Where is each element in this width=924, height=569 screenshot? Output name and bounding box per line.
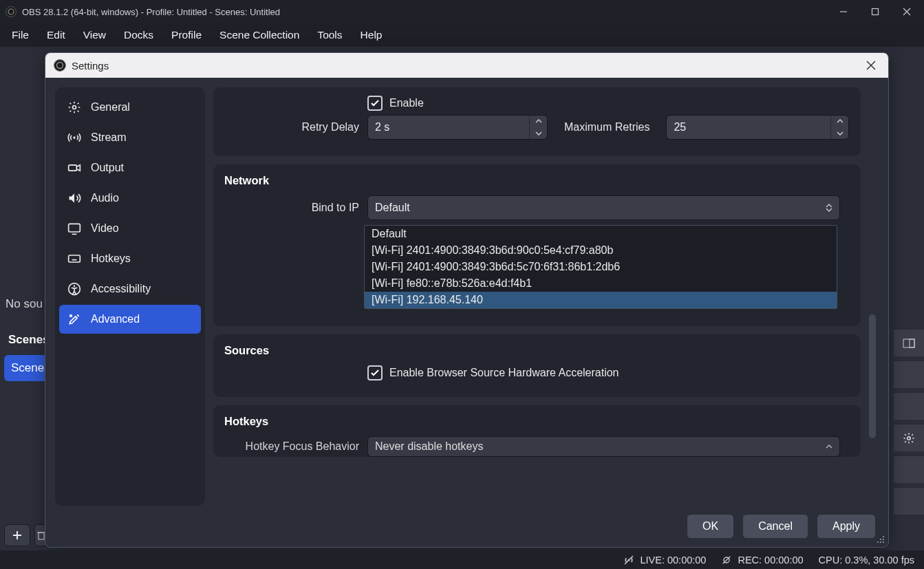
- svg-point-34: [880, 541, 881, 543]
- hotkey-focus-value: Never disable hotkeys: [375, 440, 483, 453]
- sidebar-item-label: General: [91, 101, 130, 114]
- svg-point-35: [883, 541, 884, 543]
- sidebar-item-label: Accessibility: [91, 283, 151, 295]
- window-titlebar: OBS 28.1.2 (64-bit, windows) - Profile: …: [0, 0, 924, 23]
- svg-rect-19: [69, 165, 77, 171]
- dropdown-option[interactable]: [Wi-Fi] 192.168.45.140: [365, 292, 837, 308]
- sources-panel: Sources Enable Browser Source Hardware A…: [213, 334, 861, 397]
- max-retries-spinbox[interactable]: 25: [666, 115, 849, 140]
- side-button-3[interactable]: [894, 392, 924, 420]
- svg-rect-22: [69, 255, 80, 262]
- menu-profile[interactable]: Profile: [162, 25, 211, 45]
- svg-point-30: [883, 536, 884, 537]
- dialog-title: Settings: [72, 60, 109, 72]
- menu-help[interactable]: Help: [352, 25, 391, 45]
- window-maximize-button[interactable]: [859, 1, 891, 23]
- sidebar-item-hotkeys[interactable]: Hotkeys: [59, 244, 201, 273]
- svg-point-18: [73, 136, 75, 138]
- sidebar-item-label: Video: [91, 222, 119, 235]
- svg-rect-3: [872, 9, 879, 15]
- obs-app-icon: [54, 59, 66, 72]
- side-button-5[interactable]: [894, 455, 924, 483]
- dock-toggle-button[interactable]: [894, 329, 924, 356]
- side-button-2[interactable]: [894, 361, 924, 388]
- sidebar-item-output[interactable]: Output: [59, 153, 201, 182]
- camera-icon: [67, 161, 81, 175]
- dialog-footer: OK Cancel Apply: [45, 506, 888, 547]
- svg-point-32: [883, 539, 884, 540]
- bind-ip-select[interactable]: Default: [367, 195, 840, 220]
- apply-button[interactable]: Apply: [817, 514, 876, 539]
- status-cpu: CPU: 0.3%, 30.00 fps: [819, 555, 914, 566]
- sidebar-item-accessibility[interactable]: Accessibility: [59, 275, 201, 303]
- scene-item-selected[interactable]: Scene: [4, 355, 51, 381]
- dropdown-option[interactable]: [Wi-Fi] fe80::e78b:526a:e4d:f4b1: [365, 275, 837, 292]
- dialog-close-button[interactable]: [862, 59, 880, 72]
- retry-delay-value[interactable]: 2 s: [368, 116, 529, 139]
- settings-gear-button[interactable]: [894, 424, 924, 451]
- retry-delay-label: Retry Delay: [224, 121, 367, 133]
- dropdown-option[interactable]: Default: [365, 226, 837, 242]
- bind-ip-label: Bind to IP: [224, 202, 367, 214]
- menu-tools[interactable]: Tools: [308, 25, 351, 45]
- select-caret-icon: [826, 444, 832, 449]
- browser-hw-accel-checkbox[interactable]: [367, 365, 383, 380]
- chevron-down-icon[interactable]: [831, 127, 848, 139]
- ok-button[interactable]: OK: [687, 514, 734, 539]
- no-sources-text: No sou: [6, 297, 43, 311]
- keyboard-icon: [67, 252, 81, 266]
- sidebar-item-general[interactable]: General: [59, 93, 201, 122]
- add-scene-button[interactable]: [4, 524, 30, 546]
- sidebar-item-video[interactable]: Video: [59, 214, 201, 243]
- bind-ip-value: Default: [375, 202, 410, 214]
- chevron-down-icon[interactable]: [530, 127, 547, 139]
- bind-ip-dropdown[interactable]: Default [Wi-Fi] 2401:4900:3849:3b6d:90c0…: [364, 225, 837, 309]
- content-scrollbar[interactable]: [869, 314, 876, 438]
- browser-hw-accel-label: Enable Browser Source Hardware Accelerat…: [389, 367, 619, 379]
- svg-point-31: [880, 539, 881, 540]
- obs-app-icon: [6, 6, 17, 17]
- hotkey-focus-select[interactable]: Never disable hotkeys: [367, 436, 840, 457]
- svg-rect-8: [39, 533, 44, 539]
- hotkeys-section-title: Hotkeys: [224, 415, 850, 428]
- resize-grip-icon[interactable]: [876, 535, 885, 544]
- status-rec: REC: 00:00:00: [738, 555, 803, 566]
- svg-point-13: [54, 60, 66, 72]
- hotkeys-panel: Hotkeys Hotkey Focus Behavior Never disa…: [213, 405, 861, 457]
- tools-icon: [67, 312, 81, 326]
- svg-point-29: [74, 286, 76, 288]
- monitor-icon: [67, 222, 81, 235]
- window-close-button[interactable]: [891, 1, 923, 23]
- speaker-icon: [67, 191, 81, 205]
- enable-retry-checkbox[interactable]: [367, 96, 383, 111]
- sidebar-item-audio[interactable]: Audio: [59, 184, 201, 213]
- window-minimize-button[interactable]: [828, 1, 859, 23]
- dropdown-option[interactable]: [Wi-Fi] 2401:4900:3849:3b6d:90c0:5e4:cf7…: [365, 242, 837, 259]
- retry-delay-spinbox[interactable]: 2 s: [367, 115, 548, 140]
- sidebar-item-advanced[interactable]: Advanced: [59, 305, 201, 334]
- enable-retry-label: Enable: [389, 97, 424, 109]
- accessibility-icon: [67, 282, 81, 296]
- svg-point-17: [73, 106, 76, 109]
- svg-rect-11: [910, 339, 914, 347]
- svg-rect-20: [69, 224, 80, 232]
- window-title: OBS 28.1.2 (64-bit, windows) - Profile: …: [22, 7, 280, 17]
- chevron-up-icon[interactable]: [831, 116, 848, 127]
- menu-edit[interactable]: Edit: [38, 25, 74, 45]
- dropdown-option[interactable]: [Wi-Fi] 2401:4900:3849:3b6d:5c70:6f31:86…: [365, 259, 837, 275]
- menu-view[interactable]: View: [74, 25, 115, 45]
- chevron-up-icon[interactable]: [530, 116, 547, 127]
- side-button-6[interactable]: [894, 487, 924, 515]
- menu-file[interactable]: File: [3, 25, 38, 45]
- cancel-button[interactable]: Cancel: [742, 514, 808, 539]
- max-retries-value[interactable]: 25: [667, 116, 830, 139]
- sidebar-item-stream[interactable]: Stream: [59, 123, 201, 152]
- hotkey-focus-label: Hotkey Focus Behavior: [224, 440, 367, 453]
- sidebar-item-label: Stream: [91, 131, 127, 144]
- main-menubar: File Edit View Docks Profile Scene Colle…: [0, 23, 924, 47]
- menu-docks[interactable]: Docks: [115, 25, 162, 45]
- rec-icon: [721, 555, 732, 566]
- menu-scene-collection[interactable]: Scene Collection: [211, 25, 308, 45]
- scenes-header: Scenes: [8, 333, 50, 347]
- retry-panel: Enable Retry Delay 2 s: [213, 87, 861, 156]
